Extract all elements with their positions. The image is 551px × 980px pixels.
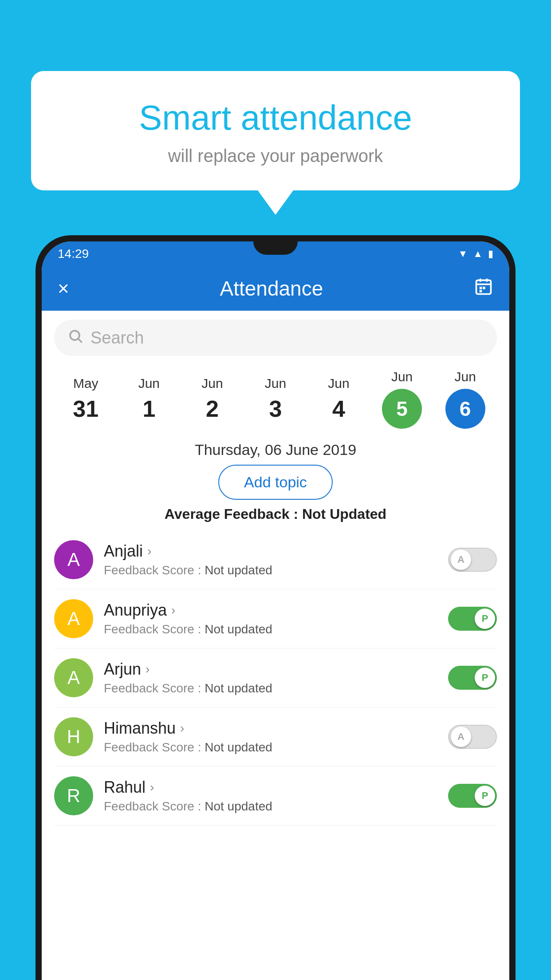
avatar-0: A xyxy=(54,540,93,579)
chevron-icon-1: › xyxy=(171,603,175,617)
avatar-1: A xyxy=(54,599,93,638)
app-title: Attendance xyxy=(220,277,323,300)
cal-day-2[interactable]: Jun2 xyxy=(188,376,236,422)
avatar-4: R xyxy=(54,776,93,815)
signal-icon: ▲ xyxy=(473,248,483,260)
cal-date-2: 2 xyxy=(206,395,219,422)
student-list: AAnjali ›Feedback Score : Not updatedAAA… xyxy=(42,530,509,826)
student-name-2: Arjun › xyxy=(104,660,437,679)
cal-month-2: Jun xyxy=(201,376,223,391)
student-item-0[interactable]: AAnjali ›Feedback Score : Not updatedA xyxy=(54,530,497,589)
chevron-icon-0: › xyxy=(147,544,151,558)
average-feedback: Average Feedback : Not Updated xyxy=(42,506,509,522)
avg-feedback-value: Not Updated xyxy=(302,506,386,522)
student-info-1: Anupriya ›Feedback Score : Not updated xyxy=(104,601,437,636)
status-icons: ▼ ▲ ▮ xyxy=(458,248,493,260)
cal-day-6[interactable]: Jun6 xyxy=(441,369,490,429)
phone-screen: 14:29 ▼ ▲ ▮ × Attendance xyxy=(42,241,509,980)
avatar-2: A xyxy=(54,658,93,697)
cal-date-1: 1 xyxy=(142,395,155,422)
toggle-container-4[interactable]: P xyxy=(448,784,497,808)
toggle-container-1[interactable]: P xyxy=(448,607,497,631)
attendance-toggle-2[interactable]: P xyxy=(448,666,497,690)
toggle-knob-0: A xyxy=(451,549,471,570)
svg-rect-4 xyxy=(480,287,482,289)
student-name-1: Anupriya › xyxy=(104,601,437,620)
svg-line-8 xyxy=(79,339,82,342)
cal-day-3[interactable]: Jun3 xyxy=(251,376,300,422)
speech-bubble-subtitle: will replace your paperwork xyxy=(67,146,484,166)
cal-date-0: 31 xyxy=(73,395,98,422)
student-name-3: Himanshu › xyxy=(104,719,437,738)
feedback-score-0: Feedback Score : Not updated xyxy=(104,563,437,577)
student-item-4[interactable]: RRahul ›Feedback Score : Not updatedP xyxy=(54,767,497,826)
student-info-3: Himanshu ›Feedback Score : Not updated xyxy=(104,719,437,755)
svg-rect-5 xyxy=(483,287,485,289)
feedback-score-4: Feedback Score : Not updated xyxy=(104,799,437,814)
svg-rect-6 xyxy=(480,290,482,292)
student-info-4: Rahul ›Feedback Score : Not updated xyxy=(104,778,437,814)
cal-month-3: Jun xyxy=(265,376,286,391)
search-bar[interactable]: Search xyxy=(54,320,497,356)
selected-date-label: Thursday, 06 June 2019 xyxy=(42,441,509,458)
speech-bubble: Smart attendance will replace your paper… xyxy=(31,71,520,190)
toggle-knob-1: P xyxy=(475,609,495,629)
phone-notch xyxy=(253,241,298,255)
cal-day-1[interactable]: Jun1 xyxy=(125,376,173,422)
cal-day-0[interactable]: May31 xyxy=(61,376,110,422)
cal-date-4: 4 xyxy=(332,395,345,422)
calendar-strip: May31Jun1Jun2Jun3Jun4Jun5Jun6 xyxy=(42,365,509,438)
cal-day-4[interactable]: Jun4 xyxy=(315,376,363,422)
search-placeholder: Search xyxy=(91,328,144,348)
toggle-knob-2: P xyxy=(475,668,495,688)
cal-month-1: Jun xyxy=(138,376,160,391)
speech-bubble-container: Smart attendance will replace your paper… xyxy=(31,71,520,215)
calendar-icon[interactable] xyxy=(474,277,493,300)
wifi-icon: ▼ xyxy=(458,248,468,260)
avatar-3: H xyxy=(54,717,93,756)
toggle-container-0[interactable]: A xyxy=(448,548,497,572)
student-name-0: Anjali › xyxy=(104,542,437,561)
toggle-knob-4: P xyxy=(475,786,495,806)
attendance-toggle-0[interactable]: A xyxy=(448,548,497,572)
chevron-icon-3: › xyxy=(180,721,184,735)
student-name-4: Rahul › xyxy=(104,778,437,797)
phone-frame: 14:29 ▼ ▲ ▮ × Attendance xyxy=(35,235,516,980)
battery-icon: ▮ xyxy=(488,248,493,260)
cal-month-6: Jun xyxy=(454,369,476,384)
speech-bubble-tail xyxy=(258,190,293,215)
cal-month-4: Jun xyxy=(328,376,349,391)
toggle-knob-3: A xyxy=(451,727,471,747)
feedback-score-2: Feedback Score : Not updated xyxy=(104,681,437,695)
chevron-icon-2: › xyxy=(146,662,150,676)
attendance-toggle-1[interactable]: P xyxy=(448,607,497,631)
student-item-1[interactable]: AAnupriya ›Feedback Score : Not updatedP xyxy=(54,589,497,648)
cal-date-6: 6 xyxy=(445,389,485,429)
cal-day-5[interactable]: Jun5 xyxy=(378,369,426,429)
cal-date-3: 3 xyxy=(269,395,282,422)
add-topic-button[interactable]: Add topic xyxy=(218,465,333,500)
attendance-toggle-4[interactable]: P xyxy=(448,784,497,808)
toggle-container-2[interactable]: P xyxy=(448,666,497,690)
status-time: 14:29 xyxy=(58,247,89,261)
speech-bubble-title: Smart attendance xyxy=(67,98,484,138)
cal-date-5: 5 xyxy=(382,389,422,429)
toggle-container-3[interactable]: A xyxy=(448,725,497,749)
feedback-score-1: Feedback Score : Not updated xyxy=(104,622,437,636)
cal-month-0: May xyxy=(73,376,98,391)
chevron-icon-4: › xyxy=(150,780,154,794)
student-item-2[interactable]: AArjun ›Feedback Score : Not updatedP xyxy=(54,648,497,707)
attendance-toggle-3[interactable]: A xyxy=(448,725,497,749)
student-item-3[interactable]: HHimanshu ›Feedback Score : Not updatedA xyxy=(54,707,497,767)
search-icon xyxy=(67,328,83,348)
close-button[interactable]: × xyxy=(58,277,69,300)
feedback-score-3: Feedback Score : Not updated xyxy=(104,740,437,755)
student-info-2: Arjun ›Feedback Score : Not updated xyxy=(104,660,437,695)
avg-feedback-label: Average Feedback : xyxy=(165,506,302,522)
cal-month-5: Jun xyxy=(391,369,413,384)
student-info-0: Anjali ›Feedback Score : Not updated xyxy=(104,542,437,577)
app-header: × Attendance xyxy=(42,266,509,311)
